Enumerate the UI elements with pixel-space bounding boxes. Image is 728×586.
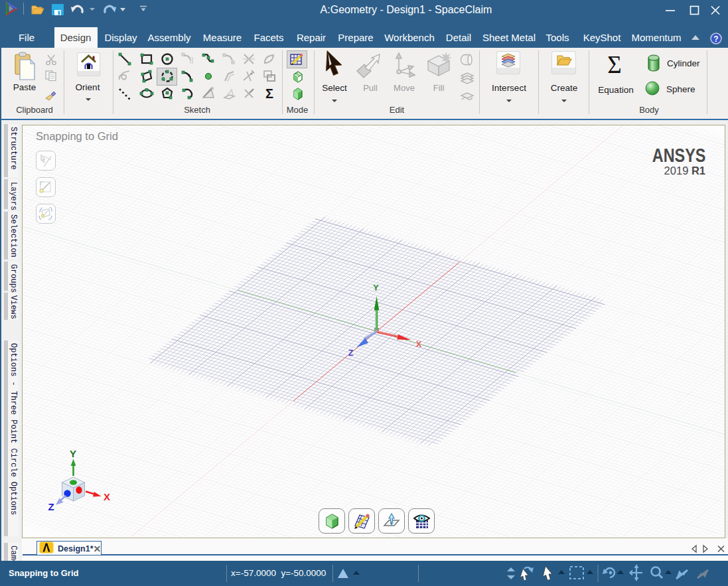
svg-text:Z: Z <box>348 348 354 358</box>
svg-text:Y: Y <box>70 448 76 459</box>
svg-text:Y: Y <box>373 283 379 293</box>
svg-text:Z: Z <box>48 501 54 512</box>
svg-text:Σ: Σ <box>265 86 273 101</box>
svg-text:?: ? <box>713 35 718 44</box>
svg-text:X: X <box>104 491 110 502</box>
svg-text:X: X <box>416 340 422 349</box>
